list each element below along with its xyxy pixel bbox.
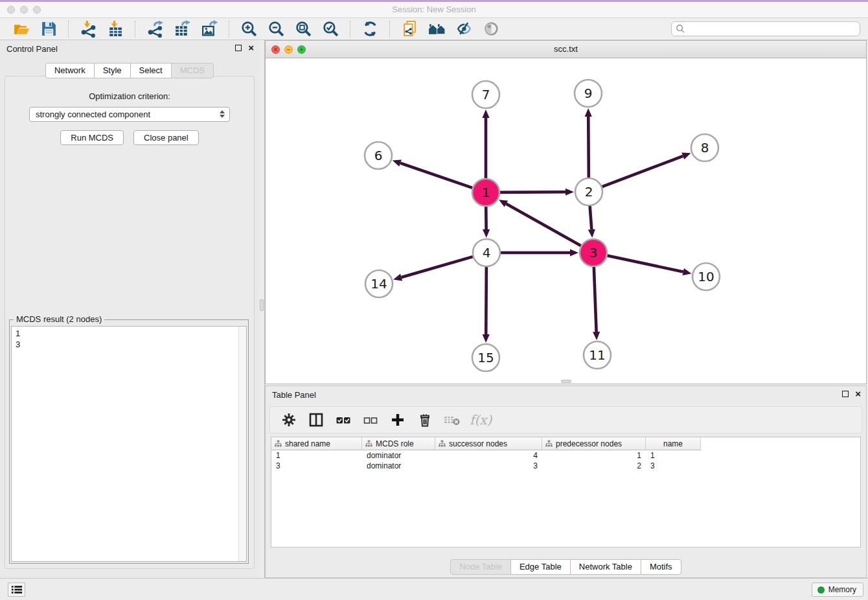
export-table-icon[interactable]: [172, 20, 192, 38]
float-panel-icon[interactable]: [235, 45, 242, 51]
vertical-splitter-handle[interactable]: [260, 299, 264, 311]
table-cell[interactable]: 3: [646, 461, 701, 471]
tab-network[interactable]: Network: [45, 63, 95, 78]
edge-2-9[interactable]: [588, 117, 589, 178]
edge-1-2[interactable]: [500, 192, 565, 192]
zoom-in-icon[interactable]: [238, 20, 259, 38]
toolbar-separator: [350, 21, 350, 38]
edge-2-3[interactable]: [590, 206, 592, 229]
horizontal-splitter-handle[interactable]: [561, 380, 571, 383]
graph-node-7[interactable]: 7: [472, 81, 499, 108]
show-graphics-details-icon[interactable]: [481, 20, 501, 38]
export-network-icon[interactable]: [144, 20, 165, 38]
sort-hierarchy-icon: [545, 440, 553, 447]
column-header-MCDS-role[interactable]: MCDS role: [362, 437, 435, 450]
import-network-icon[interactable]: [78, 20, 98, 38]
search-box[interactable]: [671, 21, 860, 36]
column-header-successor-nodes[interactable]: successor nodes: [435, 437, 542, 450]
table-cell[interactable]: 4: [435, 450, 542, 461]
graph-node-14[interactable]: 14: [365, 270, 393, 297]
table-row[interactable]: 3dominator323: [271, 461, 860, 471]
graph-node-2[interactable]: 2: [575, 178, 602, 205]
first-neighbors-icon[interactable]: [426, 20, 447, 38]
edge-3-10[interactable]: [608, 256, 683, 272]
graph-node-10[interactable]: 10: [692, 263, 720, 290]
float-panel-icon[interactable]: [842, 391, 849, 397]
network-window-title: scc.txt: [266, 41, 866, 58]
node-label: 15: [477, 350, 494, 365]
edge-1-6[interactable]: [400, 163, 472, 188]
zoom-window-icon[interactable]: +: [297, 45, 306, 54]
select-all-columns-icon[interactable]: [332, 409, 354, 431]
open-session-icon[interactable]: [11, 20, 32, 38]
graph-node-15[interactable]: 15: [472, 344, 499, 371]
tab-select[interactable]: Select: [130, 63, 172, 78]
clone-network-icon[interactable]: [399, 20, 420, 38]
network-window-titlebar[interactable]: ×−+ scc.txt: [266, 41, 866, 58]
mcds-tab-content: Optimization criterion: strongly connect…: [5, 76, 255, 569]
graph-node-3[interactable]: 3: [580, 239, 607, 266]
show-column-panel-icon[interactable]: [305, 409, 327, 431]
close-panel-icon[interactable]: ×: [248, 44, 254, 52]
table-settings-gear-icon[interactable]: [278, 409, 300, 431]
network-canvas[interactable]: 7968124314101511: [266, 58, 866, 384]
table-header-row: shared nameMCDS rolesuccessor nodesprede…: [271, 437, 860, 450]
result-scrollbar[interactable]: [238, 327, 246, 561]
table-cell[interactable]: 1: [646, 450, 701, 461]
tab-node-table[interactable]: Node Table: [450, 559, 511, 575]
graph-node-11[interactable]: 11: [584, 341, 611, 369]
unselect-all-columns-icon[interactable]: [360, 409, 382, 431]
tab-motifs[interactable]: Motifs: [641, 559, 681, 575]
tab-style[interactable]: Style: [94, 63, 131, 78]
task-history-button[interactable]: [8, 583, 25, 597]
toolbar-separator: [229, 21, 229, 38]
zoom-fit-icon[interactable]: [293, 20, 314, 38]
tab-network-table[interactable]: Network Table: [570, 559, 641, 575]
graph-node-9[interactable]: 9: [575, 80, 602, 107]
table-cell[interactable]: dominator: [362, 461, 435, 471]
close-panel-button[interactable]: Close panel: [133, 130, 199, 145]
edge-4-15[interactable]: [486, 267, 486, 334]
close-window-icon[interactable]: ×: [271, 45, 280, 54]
edge-2-8[interactable]: [602, 156, 683, 187]
table-cell[interactable]: 1: [271, 450, 362, 461]
graph-node-6[interactable]: 6: [365, 142, 392, 169]
edge-arrowhead: [393, 159, 402, 167]
tab-mcds[interactable]: MCDS: [171, 63, 214, 78]
graph-node-4[interactable]: 4: [473, 239, 500, 266]
zoom-selected-icon[interactable]: [320, 20, 341, 38]
table-cell[interactable]: 3: [271, 461, 362, 471]
close-panel-icon[interactable]: ×: [855, 390, 861, 398]
table-cell[interactable]: dominator: [362, 450, 435, 461]
vertical-splitter[interactable]: [259, 40, 265, 578]
function-builder-icon[interactable]: f(x): [470, 412, 492, 428]
search-input[interactable]: [689, 25, 856, 34]
create-column-icon[interactable]: [387, 409, 409, 431]
edge-3-11[interactable]: [594, 267, 597, 332]
table-cell[interactable]: 3: [435, 461, 542, 471]
edge-3-1[interactable]: [506, 204, 580, 246]
column-header-predecessor-nodes[interactable]: predecessor nodes: [542, 437, 646, 450]
graph-node-8[interactable]: 8: [691, 134, 718, 161]
run-mcds-button[interactable]: Run MCDS: [60, 130, 124, 145]
delete-column-icon[interactable]: [414, 409, 436, 431]
apply-layout-icon[interactable]: [360, 20, 380, 38]
tab-edge-table[interactable]: Edge Table: [510, 559, 571, 575]
table-row[interactable]: 1dominator411: [271, 450, 860, 461]
import-table-icon[interactable]: [105, 20, 126, 38]
minimize-window-icon[interactable]: −: [284, 45, 293, 54]
memory-button[interactable]: Memory: [812, 583, 863, 597]
optimization-criterion-select[interactable]: strongly connected component: [29, 107, 230, 122]
export-image-icon[interactable]: [199, 20, 220, 38]
table-cell[interactable]: 2: [542, 461, 646, 471]
column-header-shared-name[interactable]: shared name: [271, 437, 362, 450]
zoom-out-icon[interactable]: [266, 20, 286, 38]
mcds-result-text[interactable]: 1 3: [11, 326, 247, 562]
graph-node-1[interactable]: 1: [472, 179, 499, 206]
hide-selected-icon[interactable]: [453, 20, 474, 38]
save-session-icon[interactable]: [38, 20, 59, 38]
table-cell[interactable]: 1: [542, 450, 646, 461]
edge-4-14[interactable]: [402, 257, 473, 277]
delete-table-icon[interactable]: [441, 409, 463, 431]
column-header-name[interactable]: name: [646, 437, 701, 450]
